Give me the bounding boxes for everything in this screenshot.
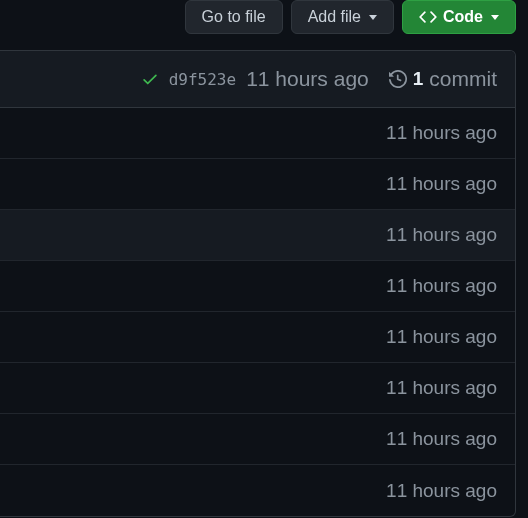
commit-count-label: commit xyxy=(429,67,497,91)
add-file-label: Add file xyxy=(308,7,361,27)
latest-commit-bar: d9f523e 11 hours ago 1 commit xyxy=(0,51,515,108)
file-modified-time: 11 hours ago xyxy=(386,428,497,450)
table-row[interactable]: 11 hours ago xyxy=(0,159,515,210)
add-file-button[interactable]: Add file xyxy=(291,0,394,34)
caret-down-icon xyxy=(369,15,377,20)
commits-link[interactable]: 1 commit xyxy=(389,67,497,91)
code-label: Code xyxy=(443,7,483,27)
file-modified-time: 11 hours ago xyxy=(386,173,497,195)
file-modified-time: 11 hours ago xyxy=(386,122,497,144)
commit-time: 11 hours ago xyxy=(246,67,369,91)
commit-sha[interactable]: d9f523e xyxy=(169,70,236,89)
file-modified-time: 11 hours ago xyxy=(386,326,497,348)
commit-count: 1 xyxy=(413,68,424,90)
file-modified-time: 11 hours ago xyxy=(386,480,497,502)
go-to-file-button[interactable]: Go to file xyxy=(185,0,283,34)
table-row[interactable]: 11 hours ago xyxy=(0,210,515,261)
code-icon xyxy=(419,8,437,26)
table-row[interactable]: 11 hours ago xyxy=(0,465,515,516)
file-listing: d9f523e 11 hours ago 1 commit 11 hours a… xyxy=(0,50,516,517)
file-modified-time: 11 hours ago xyxy=(386,224,497,246)
file-modified-time: 11 hours ago xyxy=(386,377,497,399)
check-icon xyxy=(141,70,159,88)
table-row[interactable]: 11 hours ago xyxy=(0,312,515,363)
table-row[interactable]: 11 hours ago xyxy=(0,108,515,159)
code-button[interactable]: Code xyxy=(402,0,516,34)
table-row[interactable]: 11 hours ago xyxy=(0,363,515,414)
file-modified-time: 11 hours ago xyxy=(386,275,497,297)
table-row[interactable]: 11 hours ago xyxy=(0,261,515,312)
go-to-file-label: Go to file xyxy=(202,7,266,27)
table-row[interactable]: 11 hours ago xyxy=(0,414,515,465)
caret-down-icon xyxy=(491,15,499,20)
repo-toolbar: Go to file Add file Code xyxy=(0,0,528,50)
history-icon xyxy=(389,70,407,88)
